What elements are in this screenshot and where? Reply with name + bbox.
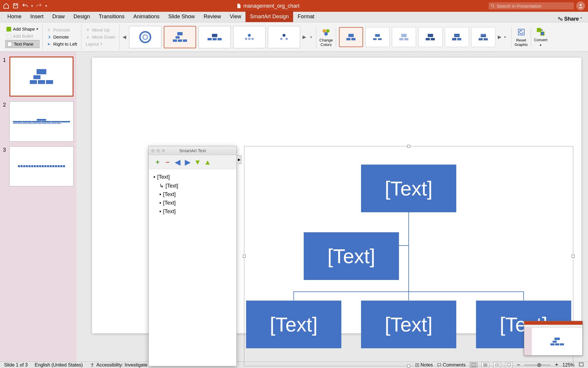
slide-number: 2 — [3, 101, 7, 141]
search-icon — [490, 4, 495, 8]
style-option-6[interactable] — [471, 27, 495, 47]
text-pane-body[interactable]: ▪[Text] ↳[Text] ▪[Text] ▪[Text] ▪[Text] — [149, 169, 236, 366]
change-colors-button[interactable]: Change Colors — [316, 27, 336, 47]
text-pane-header[interactable]: SmartArt Text — [149, 146, 236, 155]
quick-access-toolbar: ▾ ▾ — [3, 3, 47, 9]
tab-review[interactable]: Review — [199, 11, 225, 22]
svg-point-2 — [580, 4, 582, 6]
layout-button: Layout ▾ — [84, 41, 116, 47]
slides-panel[interactable]: 1 2 3 — [0, 52, 76, 362]
text-item[interactable]: ▪[Text] — [153, 190, 232, 199]
ribbon-group-hierarchy: Promote Demote Right to Left — [43, 24, 81, 50]
zoom-slider[interactable] — [524, 364, 551, 366]
layout-option-3[interactable] — [198, 26, 231, 48]
accessibility-button[interactable]: Accessibility: Investigate — [90, 362, 147, 368]
style-option-1-selected[interactable] — [339, 27, 363, 47]
text-pane-toolbar: + − ◀ ▶ ▼ ▲ — [149, 155, 236, 169]
text-item[interactable]: ▪[Text] — [153, 199, 232, 207]
add-bullet-button: Add Bullet — [5, 33, 39, 39]
styles-dropdown-icon[interactable]: ▾ — [504, 35, 508, 39]
layouts-next-icon[interactable]: ▶ — [303, 34, 307, 40]
home-icon[interactable] — [3, 3, 9, 9]
slide-counter[interactable]: Slide 1 of 3 — [4, 362, 28, 368]
ribbon-group-create: Add Shape ▾ Add Bullet Text Pane — [2, 24, 43, 50]
tab-draw[interactable]: Draw — [48, 11, 69, 22]
svg-point-8 — [326, 29, 330, 33]
tab-home[interactable]: Home — [3, 11, 26, 22]
style-option-3[interactable] — [392, 27, 416, 47]
layouts-prev-icon[interactable]: ◀ — [123, 34, 127, 40]
demote-button[interactable]: Demote — [46, 34, 78, 40]
add-item-icon[interactable]: + — [155, 159, 161, 165]
outdent-icon[interactable]: ◀ — [175, 159, 181, 165]
text-item[interactable]: ↳[Text] — [153, 181, 232, 190]
svg-rect-11 — [537, 28, 541, 32]
promote-button: Promote — [46, 27, 78, 33]
collapse-ribbon-icon[interactable]: ˄ — [580, 17, 582, 21]
slide-thumb-2[interactable]: 2 — [3, 101, 74, 141]
layouts-more-icon[interactable]: ▾ — [309, 35, 313, 39]
indent-icon[interactable]: ▶ — [185, 159, 191, 165]
save-icon[interactable] — [12, 3, 19, 9]
redo-icon[interactable] — [36, 3, 42, 9]
window-controls[interactable] — [151, 149, 165, 152]
reset-graphic-button[interactable]: Reset Graphic — [512, 27, 531, 47]
convert-button[interactable]: Convert ▾ — [531, 27, 550, 47]
search-box[interactable] — [489, 2, 574, 9]
mini-preview[interactable] — [524, 321, 583, 356]
layout-option-4[interactable] — [233, 26, 265, 48]
slide-number: 3 — [3, 146, 7, 186]
org-box-child-2[interactable]: [Text] — [361, 301, 456, 348]
document-title: management_org_chart — [49, 3, 486, 9]
move-up-icon[interactable]: ▲ — [205, 159, 211, 165]
org-box-child-1[interactable]: [Text] — [246, 301, 341, 348]
org-box-top[interactable]: [Text] — [361, 165, 456, 212]
user-profile-icon[interactable] — [576, 1, 585, 10]
text-item[interactable]: ▪[Text] — [153, 173, 232, 181]
svg-point-13 — [92, 363, 93, 364]
layout-option-2-selected[interactable] — [164, 26, 196, 48]
slide-thumb-1[interactable]: 1 — [3, 57, 74, 97]
file-icon — [236, 3, 241, 9]
layout-option-5[interactable] — [268, 26, 300, 48]
share-label: Share — [564, 16, 579, 22]
add-shape-button[interactable]: Add Shape ▾ — [5, 26, 39, 32]
tab-transitions[interactable]: Transitions — [94, 11, 129, 22]
org-box-assistant[interactable]: [Text] — [304, 232, 399, 280]
main-area: 1 2 3 — [0, 52, 588, 362]
undo-icon[interactable] — [22, 3, 28, 9]
ribbon-group-move: Move Up Move Down Layout ▾ — [81, 24, 120, 50]
tab-smartart-design[interactable]: SmartArt Design — [245, 11, 293, 22]
text-pane-button[interactable]: Text Pane — [5, 40, 39, 48]
layouts-gallery: ◀ ▶ ▾ — [120, 26, 316, 48]
undo-split-icon[interactable]: ▾ — [31, 4, 33, 8]
styles-more-icon[interactable]: ▶ — [498, 34, 502, 40]
text-pane-title: SmartArt Text — [179, 148, 206, 153]
right-to-left-button[interactable]: Right to Left — [46, 41, 78, 47]
slide-thumb-3[interactable]: 3 — [3, 146, 74, 186]
customize-qat-icon[interactable]: ▾ — [45, 4, 47, 8]
svg-rect-0 — [14, 4, 18, 8]
layout-option-1[interactable] — [129, 26, 161, 48]
tab-animations[interactable]: Animations — [129, 11, 164, 22]
fit-to-window-button[interactable] — [579, 362, 584, 368]
tab-slideshow[interactable]: Slide Show — [164, 11, 199, 22]
smartart-text-pane[interactable]: SmartArt Text + − ◀ ▶ ▼ ▲ ▪[Text] ↳[Text… — [148, 146, 237, 366]
style-option-5[interactable] — [445, 27, 469, 47]
tab-insert[interactable]: Insert — [26, 11, 48, 22]
ribbon-tabs: Home Insert Draw Design Transitions Anim… — [0, 12, 588, 22]
tab-view[interactable]: View — [225, 11, 246, 22]
text-pane-collapse-icon[interactable]: ▶ — [236, 155, 242, 164]
language-indicator[interactable]: English (United States) — [35, 362, 83, 368]
remove-item-icon[interactable]: − — [165, 159, 171, 165]
search-input[interactable] — [489, 2, 574, 9]
tab-format[interactable]: Format — [293, 11, 319, 22]
style-option-2[interactable] — [365, 27, 390, 47]
slide-canvas-area[interactable]: SmartArt Text + − ◀ ▶ ▼ ▲ ▪[Text] ↳[Text… — [76, 52, 588, 362]
style-option-4[interactable] — [418, 27, 442, 47]
share-button[interactable]: Share ˄ — [554, 16, 585, 22]
move-up-button: Move Up — [84, 27, 116, 33]
tab-design[interactable]: Design — [69, 11, 94, 22]
text-item[interactable]: ▪[Text] — [153, 207, 232, 216]
move-down-icon[interactable]: ▼ — [195, 159, 201, 165]
